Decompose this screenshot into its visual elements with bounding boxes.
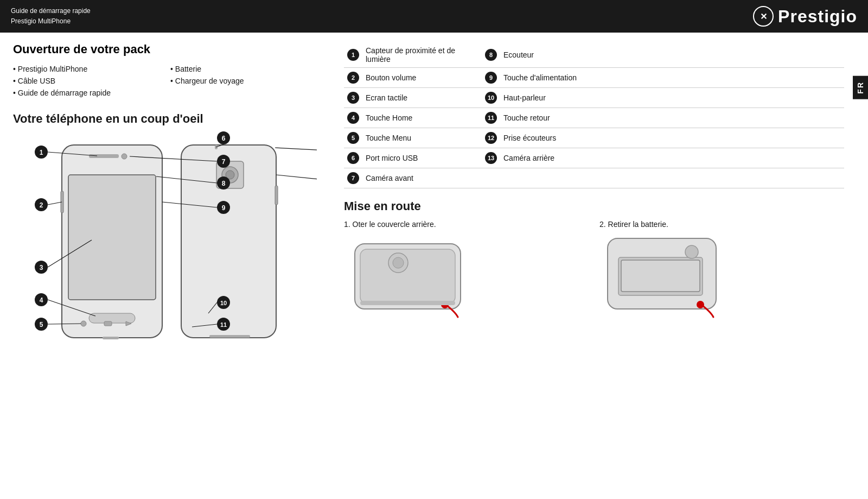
language-tab: FR: [853, 76, 868, 99]
svg-point-68: [697, 301, 704, 308]
svg-point-67: [685, 245, 698, 258]
parts-row: 3Ecran tactile10Haut-parleur: [344, 88, 844, 108]
svg-point-7: [81, 321, 86, 326]
pack-title: Ouverture de votre pack: [13, 42, 328, 56]
svg-point-5: [122, 154, 127, 159]
svg-text:2: 2: [40, 201, 43, 209]
pack-col2: Batterie Chargeur de voyage: [170, 63, 328, 99]
phone-section-title: Votre téléphone en un coup d'oeil: [13, 112, 328, 126]
part-num-left: 7: [344, 168, 362, 188]
svg-rect-16: [275, 186, 278, 205]
svg-rect-3: [68, 175, 156, 300]
svg-text:6: 6: [222, 135, 226, 142]
page-header: Guide de démarrage rapide Prestigio Mult…: [0, 0, 868, 33]
parts-row: 4Touche Home11Touche retour: [344, 108, 844, 128]
svg-text:11: 11: [220, 321, 227, 328]
pack-list: Prestigio MultiPhone Câble USB Guide de …: [13, 63, 328, 99]
product-name: Prestigio MultiPhone: [11, 16, 91, 27]
step2-image: [599, 233, 730, 320]
svg-text:1: 1: [40, 149, 43, 156]
phone-diagram-svg: 1 2 3 4 5 6: [13, 131, 317, 354]
svg-point-61: [393, 257, 404, 268]
parts-row: 7Caméra avant: [344, 168, 844, 188]
step2-label: 2. Retirer la batterie.: [599, 220, 844, 229]
svg-rect-66: [621, 260, 700, 292]
part-label-right: Ecouteur: [500, 42, 844, 68]
prestigio-icon: ✕: [753, 6, 774, 27]
svg-text:8: 8: [222, 180, 226, 187]
part-label-right: Caméra arrière: [500, 148, 844, 168]
part-label-left: Ecran tactile: [362, 88, 482, 108]
step1-image: [344, 233, 474, 320]
part-label-right: Prise écouteurs: [500, 128, 844, 148]
part-num-right: 12: [482, 128, 500, 148]
part-label-right: Haut-parleur: [500, 88, 844, 108]
svg-text:7: 7: [222, 158, 226, 166]
parts-row: 2Bouton volume9Touche d'alimentation: [344, 68, 844, 88]
part-label-right: Touche d'alimentation: [500, 68, 844, 88]
pack-item: Prestigio MultiPhone: [13, 63, 170, 75]
part-num-left: 5: [344, 128, 362, 148]
pack-item: Câble USB: [13, 75, 170, 87]
svg-text:3: 3: [40, 264, 43, 271]
svg-line-54: [275, 148, 317, 152]
pack-col1: Prestigio MultiPhone Câble USB Guide de …: [13, 63, 170, 99]
part-num-left: 6: [344, 148, 362, 168]
part-label-left: Port micro USB: [362, 148, 482, 168]
svg-text:10: 10: [220, 300, 227, 306]
svg-line-24: [48, 202, 62, 205]
main-content: Ouverture de votre pack Prestigio MultiP…: [0, 33, 868, 499]
svg-rect-59: [360, 249, 455, 304]
phone-diagram: 1 2 3 4 5 6: [13, 131, 317, 354]
right-column: 1Capteur de proximité et de lumière8Ecou…: [344, 42, 855, 489]
part-label-left: Bouton volume: [362, 68, 482, 88]
part-num-left: 1: [344, 42, 362, 68]
part-num-right: 9: [482, 68, 500, 88]
part-num-right: 10: [482, 88, 500, 108]
svg-rect-4: [89, 154, 119, 158]
part-label-left: Touche Menu: [362, 128, 482, 148]
svg-rect-11: [103, 337, 119, 339]
svg-text:✕: ✕: [760, 12, 767, 21]
svg-text:9: 9: [222, 204, 226, 212]
pack-item: Guide de démarrage rapide: [13, 87, 170, 99]
step1-label: 1. Oter le couvercle arrière.: [344, 220, 589, 229]
header-text: Guide de démarrage rapide Prestigio Mult…: [11, 6, 91, 27]
svg-line-57: [276, 175, 317, 183]
step2: 2. Retirer la batterie.: [599, 220, 844, 321]
pack-item: Chargeur de voyage: [170, 75, 328, 87]
part-label-right: Touche retour: [500, 108, 844, 128]
svg-text:4: 4: [40, 296, 43, 304]
mise-en-route-title: Mise en route: [344, 199, 844, 213]
svg-text:5: 5: [40, 321, 43, 329]
pack-item: Batterie: [170, 63, 328, 75]
parts-row: 6Port micro USB13Caméra arrière: [344, 148, 844, 168]
part-label-left: Caméra avant: [362, 168, 482, 188]
brand-name: Prestigio: [778, 7, 857, 27]
brand-logo: ✕ Prestigio: [753, 6, 857, 27]
guide-title: Guide de démarrage rapide: [11, 6, 91, 16]
parts-table: 1Capteur de proximité et de lumière8Ecou…: [344, 42, 844, 188]
svg-rect-8: [104, 321, 112, 326]
part-num-left: 2: [344, 68, 362, 88]
parts-row: 5Touche Menu12Prise écouteurs: [344, 128, 844, 148]
part-num-right: 11: [482, 108, 500, 128]
part-num-right: 8: [482, 42, 500, 68]
part-num-left: 4: [344, 108, 362, 128]
part-num-right: 13: [482, 148, 500, 168]
part-label-left: Touche Home: [362, 108, 482, 128]
svg-rect-6: [89, 313, 135, 323]
part-num-left: 3: [344, 88, 362, 108]
svg-rect-63: [360, 301, 455, 305]
step1: 1. Oter le couvercle arrière.: [344, 220, 589, 321]
part-label-left: Capteur de proximité et de lumière: [362, 42, 482, 68]
left-column: Ouverture de votre pack Prestigio MultiP…: [13, 42, 328, 489]
svg-rect-18: [209, 335, 250, 338]
steps-row: 1. Oter le couvercle arrière. 2. Retire: [344, 220, 844, 321]
parts-row: 1Capteur de proximité et de lumière8Ecou…: [344, 42, 844, 68]
